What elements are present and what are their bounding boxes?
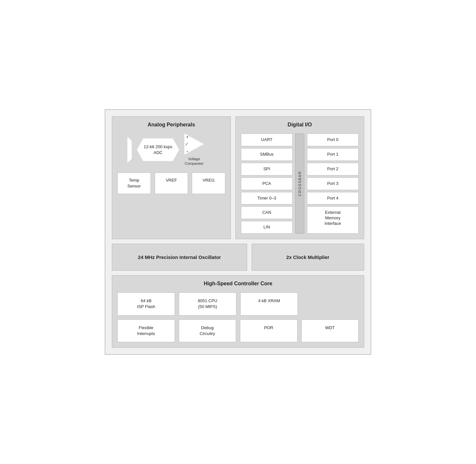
digital-box-timer: Timer 0–3 — [241, 192, 293, 205]
digital-right: Port 0 Port 1 Port 2 Port 3 Port 4 Exter… — [307, 134, 359, 234]
top-row: Analog Peripherals AMUX 12-bit 200 ksps … — [112, 116, 364, 239]
core-box-flash: 64 kB ISP Flash — [117, 292, 175, 315]
core-row-1: 64 kB ISP Flash 8051 CPU (50 MIPS) 4 kB … — [117, 292, 359, 315]
core-box-cpu: 8051 CPU (50 MIPS) — [179, 292, 236, 315]
core-box-xram: 4 kB XRAM — [240, 292, 298, 315]
core-box-debug: Debug Circuitry — [179, 319, 236, 342]
comp-minus: – — [186, 149, 188, 153]
core-box-wdt: WDT — [301, 319, 359, 342]
core-box-interrupts: Flexible Interrupts — [117, 319, 175, 342]
digital-box-uart: UART — [241, 134, 293, 146]
core-panel: High-Speed Controller Core 64 kB ISP Fla… — [112, 275, 364, 348]
digital-box-port2: Port 2 — [307, 163, 359, 175]
digital-box-port0: Port 0 — [307, 134, 359, 146]
main-container: Analog Peripherals AMUX 12-bit 200 ksps … — [105, 109, 371, 355]
core-box-por: POR — [240, 319, 298, 342]
analog-panel: Analog Peripherals AMUX 12-bit 200 ksps … — [112, 116, 231, 239]
analog-box-vref: VREF — [155, 173, 188, 194]
comp-signs: + ⁄ – — [186, 134, 188, 155]
digital-box-lin: LIN — [241, 221, 293, 234]
digital-panel: Digital I/O UART SMBus SPI PCA Timer 0–3… — [235, 116, 364, 239]
digital-box-port1: Port 1 — [307, 148, 359, 161]
core-spacer-1 — [302, 292, 359, 315]
middle-row: 24 MHz Precision Internal Oscillator 2x … — [112, 244, 364, 271]
digital-box-can: CAN — [241, 206, 293, 219]
crossbar-label: CROSSBAR — [298, 171, 302, 196]
digital-box-emi: External Memory Interface — [307, 206, 359, 234]
core-row-2: Flexible Interrupts Debug Circuitry POR … — [117, 319, 359, 342]
digital-box-smbus: SMBus — [241, 148, 293, 161]
adc-shape: 12-bit 200 ksps ADC — [137, 138, 179, 161]
digital-title: Digital I/O — [241, 122, 359, 128]
analog-box-vreg: VREG — [192, 173, 225, 194]
comp-line-symbol: ⁄ — [186, 142, 188, 147]
clock-title: 2x Clock Multiplier — [257, 249, 359, 265]
core-title: High-Speed Controller Core — [117, 281, 359, 287]
digital-left: UART SMBus SPI PCA Timer 0–3 CAN LIN — [241, 134, 293, 234]
comp-plus: + — [186, 135, 188, 139]
oscillator-panel: 24 MHz Precision Internal Oscillator — [112, 244, 247, 271]
core-grid: 64 kB ISP Flash 8051 CPU (50 MIPS) 4 kB … — [117, 292, 359, 342]
comparator-shape: + ⁄ – — [184, 134, 204, 155]
adc-label: 12-bit 200 ksps ADC — [144, 144, 172, 156]
analog-box-temp: Temp Sensor — [117, 173, 151, 194]
digital-inner: UART SMBus SPI PCA Timer 0–3 CAN LIN CRO… — [241, 134, 359, 234]
oscillator-title: 24 MHz Precision Internal Oscillator — [117, 249, 242, 265]
amux-label: AMUX — [122, 143, 127, 157]
amux-shape: AMUX — [117, 137, 132, 163]
crossbar-col: CROSSBAR — [295, 134, 304, 234]
comparator-area: + ⁄ – Voltage Comparator — [184, 134, 204, 166]
analog-bottom: Temp Sensor VREF VREG — [117, 173, 225, 194]
analog-top: AMUX 12-bit 200 ksps ADC + ⁄ – Volta — [117, 134, 225, 166]
digital-box-port3: Port 3 — [307, 177, 359, 190]
clock-panel: 2x Clock Multiplier — [252, 244, 364, 271]
digital-box-spi: SPI — [241, 163, 293, 175]
digital-box-port4: Port 4 — [307, 192, 359, 205]
analog-title: Analog Peripherals — [117, 122, 225, 128]
comp-label: Voltage Comparator — [185, 157, 204, 166]
digital-box-pca: PCA — [241, 177, 293, 190]
